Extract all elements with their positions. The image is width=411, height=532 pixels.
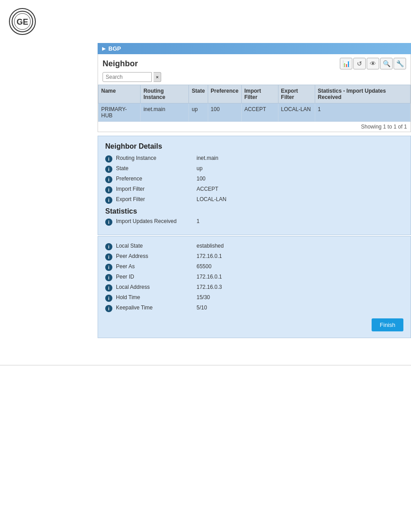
detail-value: LOCAL-LAN xyxy=(197,196,227,202)
peer-detail-row: i Peer ID 172.16.0.1 xyxy=(105,274,403,281)
detail-icon: i xyxy=(105,305,112,312)
col-name: Name xyxy=(98,85,141,103)
detail-value: up xyxy=(197,165,202,172)
neighbor-panel: Neighbor 📊 ↺ 👁 🔍 🔧 × Name Routi xyxy=(98,54,411,132)
col-preference: Preference xyxy=(208,85,241,103)
table-row[interactable]: PRIMARY-HUBinet.mainup100ACCEPTLOCAL-LAN… xyxy=(98,103,411,122)
bottom-line xyxy=(0,365,411,365)
detail-icon: i xyxy=(105,274,112,281)
table-cell: 100 xyxy=(208,103,241,122)
col-import-filter: Import Filter xyxy=(241,85,278,103)
detail-value: 100 xyxy=(197,176,206,182)
detail-label: Local Address xyxy=(116,284,197,290)
table-cell: up xyxy=(189,103,208,122)
detail-icon: i xyxy=(105,264,112,271)
detail-value: ACCEPT xyxy=(197,186,218,192)
table-header-row: Name Routing Instance State Preference I… xyxy=(98,85,411,103)
col-routing-instance: Routing Instance xyxy=(141,85,189,103)
detail-row: i Routing Instance inet.main xyxy=(105,155,403,163)
detail-label: Hold Time xyxy=(116,294,197,300)
detail-label: Preference xyxy=(116,176,197,182)
detail-value: established xyxy=(197,243,224,249)
finish-btn-area: Finish xyxy=(105,318,403,331)
peer-detail-row: i Peer As 65500 xyxy=(105,263,403,271)
detail-value: 5/10 xyxy=(197,305,207,311)
peer-details-panel: i Local State established i Peer Address… xyxy=(98,236,411,338)
toolbar-icons: 📊 ↺ 👁 🔍 🔧 xyxy=(340,58,406,69)
bgp-header: ▶ BGP xyxy=(98,43,411,54)
detail-row: i Import Filter ACCEPT xyxy=(105,186,403,193)
detail-value: 65500 xyxy=(197,263,211,270)
detail-value: 172.16.0.3 xyxy=(197,284,222,290)
detail-icon: i xyxy=(105,253,112,261)
neighbor-title: Neighbor xyxy=(103,59,138,69)
bgp-arrow-icon: ▶ xyxy=(102,46,106,51)
ge-logo: GE xyxy=(9,8,36,35)
ge-logo-svg: GE xyxy=(11,10,34,33)
finish-button[interactable]: Finish xyxy=(372,318,403,331)
detail-value: 172.16.0.1 xyxy=(197,274,222,280)
peer-detail-row: i Peer Address 172.16.0.1 xyxy=(105,253,403,261)
detail-label: Export Filter xyxy=(116,196,197,202)
col-statistics: Statistics - Import Updates Received xyxy=(315,85,410,103)
table-cell: 1 xyxy=(315,103,410,122)
detail-row: i State up xyxy=(105,165,403,173)
search-button[interactable]: 🔍 xyxy=(380,58,393,69)
col-state: State xyxy=(189,85,208,103)
search-clear-button[interactable]: × xyxy=(154,72,161,82)
statistics-section-title: Statistics xyxy=(105,207,403,215)
detail-icon: i xyxy=(105,176,112,183)
settings-button[interactable]: 🔧 xyxy=(394,58,406,69)
peer-details-fields: i Local State established i Peer Address… xyxy=(105,243,403,312)
detail-label: Local State xyxy=(116,243,197,249)
search-input[interactable] xyxy=(103,72,152,82)
detail-label: Peer As xyxy=(116,263,197,270)
detail-value: inet.main xyxy=(197,155,218,161)
chart-button[interactable]: 📊 xyxy=(340,58,352,69)
neighbor-title-bar: Neighbor 📊 ↺ 👁 🔍 🔧 xyxy=(98,54,411,71)
detail-value: 1 xyxy=(197,218,200,224)
peer-detail-row: i Hold Time 15/30 xyxy=(105,294,403,302)
detail-icon: i xyxy=(105,155,112,163)
logo-area: GE xyxy=(0,0,411,43)
detail-icon: i xyxy=(105,243,112,250)
table-cell: inet.main xyxy=(141,103,189,122)
detail-value: 15/30 xyxy=(197,294,210,300)
detail-icon: i xyxy=(105,284,112,292)
neighbor-details-fields: i Routing Instance inet.main i State up … xyxy=(105,155,403,204)
detail-label: Peer ID xyxy=(116,274,197,280)
peer-detail-row: i Keepalive Time 5/10 xyxy=(105,305,403,312)
showing-text: Showing 1 to 1 of 1 xyxy=(98,122,411,132)
detail-label: State xyxy=(116,165,197,172)
col-export-filter: Export Filter xyxy=(278,85,315,103)
peer-detail-row: i Local State established xyxy=(105,243,403,250)
detail-label: Import Updates Received xyxy=(116,218,197,224)
search-bar: × xyxy=(103,72,406,82)
table-cell: PRIMARY-HUB xyxy=(98,103,141,122)
statistics-row: i Import Updates Received 1 xyxy=(105,218,403,226)
table-cell: LOCAL-LAN xyxy=(278,103,315,122)
detail-label: Peer Address xyxy=(116,253,197,259)
statistics-fields: i Import Updates Received 1 xyxy=(105,218,403,226)
bgp-label: BGP xyxy=(108,45,121,52)
neighbor-table: Name Routing Instance State Preference I… xyxy=(98,85,411,122)
detail-icon: i xyxy=(105,295,112,302)
detail-label: Keepalive Time xyxy=(116,305,197,311)
detail-label: Routing Instance xyxy=(116,155,197,161)
detail-label: Import Filter xyxy=(116,186,197,192)
detail-row: i Preference 100 xyxy=(105,176,403,183)
neighbor-details-panel: Neighbor Details i Routing Instance inet… xyxy=(98,136,411,235)
peer-detail-row: i Local Address 172.16.0.3 xyxy=(105,284,403,292)
view-button[interactable]: 👁 xyxy=(367,58,379,69)
detail-value: 172.16.0.1 xyxy=(197,253,222,259)
details-title: Neighbor Details xyxy=(105,142,403,150)
svg-text:GE: GE xyxy=(17,17,28,26)
table-cell: ACCEPT xyxy=(241,103,278,122)
refresh-button[interactable]: ↺ xyxy=(353,58,366,69)
detail-icon: i xyxy=(105,186,112,193)
detail-icon: i xyxy=(105,197,112,204)
detail-icon: i xyxy=(105,166,112,173)
detail-row: i Export Filter LOCAL-LAN xyxy=(105,196,403,204)
main-panel: ▶ BGP Neighbor 📊 ↺ 👁 🔍 🔧 × xyxy=(98,43,411,338)
detail-icon: i xyxy=(105,219,112,226)
